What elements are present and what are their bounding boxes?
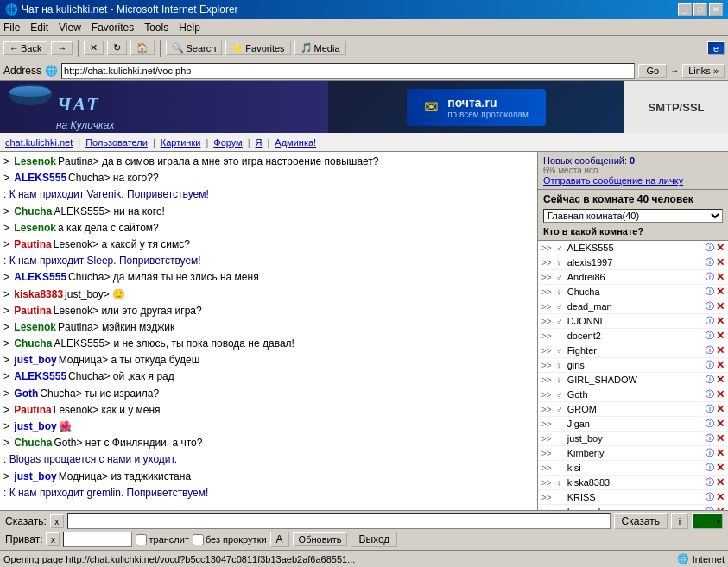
user-list-item[interactable]: >> ♂ Fighter ⓘ ✕	[538, 343, 728, 358]
user-name[interactable]: GIRL_SHADOW	[567, 375, 704, 385]
user-name[interactable]: docent2	[567, 331, 704, 341]
user-remove-icon[interactable]: ✕	[716, 242, 725, 254]
maximize-button[interactable]: □	[693, 3, 707, 16]
user-info-icon[interactable]: ⓘ	[706, 462, 714, 474]
nav-admin[interactable]: Админка!	[275, 137, 316, 148]
user-remove-icon[interactable]: ✕	[716, 418, 725, 430]
user-info-icon[interactable]: ⓘ	[706, 315, 714, 327]
favorites-toolbar-button[interactable]: ⭐ Favorites	[225, 41, 290, 55]
nav-pictures[interactable]: Картинки	[161, 137, 201, 148]
refresh-button[interactable]: Обновить	[293, 532, 348, 546]
user-name[interactable]: Jigan	[567, 419, 704, 429]
user-list-item[interactable]: >> kisi ⓘ ✕	[538, 461, 728, 476]
user-name[interactable]: GROM	[567, 404, 704, 414]
color-picker[interactable]: ▼	[692, 513, 723, 529]
refresh-toolbar-button[interactable]: ↻	[107, 41, 127, 55]
user-list-item[interactable]: >> ♂ GROM ⓘ ✕	[538, 402, 728, 417]
user-name[interactable]: girls	[567, 360, 704, 370]
user-info-icon[interactable]: ⓘ	[706, 403, 714, 415]
menu-edit[interactable]: Edit	[30, 22, 48, 34]
say-button[interactable]: Сказать	[614, 513, 668, 529]
letter-button[interactable]: А	[270, 532, 289, 547]
user-list-item[interactable]: >> ♂ dead_man ⓘ ✕	[538, 299, 728, 314]
user-list-item[interactable]: >> ♀ alexis1997 ⓘ ✕	[538, 255, 728, 270]
user-remove-icon[interactable]: ✕	[716, 462, 725, 474]
msg-username[interactable]: Pautina	[14, 402, 51, 419]
user-list-item[interactable]: >> ♂ Goth ⓘ ✕	[538, 387, 728, 402]
user-remove-icon[interactable]: ✕	[716, 374, 725, 386]
user-info-icon[interactable]: ⓘ	[706, 418, 714, 430]
user-remove-icon[interactable]: ✕	[716, 344, 725, 356]
user-list-item[interactable]: >> docent2 ⓘ ✕	[538, 329, 728, 343]
user-list-item[interactable]: >> ♂ Andrei86 ⓘ ✕	[538, 270, 728, 285]
user-name[interactable]: Andrei86	[567, 272, 704, 282]
user-remove-icon[interactable]: ✕	[716, 330, 725, 342]
translit-checkbox[interactable]	[136, 534, 147, 545]
no-scroll-checkbox-label[interactable]: без прокрутки	[193, 534, 267, 545]
pochta-banner[interactable]: ✉ почта.ru по всем протоколам	[407, 89, 546, 126]
msg-username[interactable]: kiska8383	[14, 287, 63, 303]
menu-file[interactable]: File	[3, 22, 20, 34]
user-name[interactable]: DJONNI	[567, 316, 704, 326]
msg-username[interactable]: Lesenok	[14, 154, 56, 170]
user-name[interactable]: Fighter	[567, 345, 704, 356]
msg-username[interactable]: Pautina	[14, 303, 51, 319]
user-list-item[interactable]: >> ♀ GIRL_SHADOW ⓘ ✕	[538, 373, 728, 387]
msg-username[interactable]: ALEKS555	[14, 269, 66, 286]
user-info-icon[interactable]: ⓘ	[706, 242, 714, 254]
translit-checkbox-label[interactable]: транслит	[136, 534, 188, 545]
msg-username[interactable]: just_boy	[14, 469, 56, 485]
user-remove-icon[interactable]: ✕	[716, 388, 725, 400]
stop-button[interactable]: ✕	[84, 41, 104, 55]
send-message-link[interactable]: Отправить сообщение на личку	[543, 175, 683, 186]
links-button[interactable]: Links »	[682, 64, 725, 78]
msg-username[interactable]: Chucha	[14, 336, 52, 352]
home-button[interactable]: 🏠	[130, 41, 155, 55]
say-input[interactable]	[67, 513, 611, 529]
minimize-button[interactable]: _	[678, 3, 692, 16]
room-selector[interactable]: Главная комната(40)	[543, 209, 723, 223]
user-list-item[interactable]: >> ♀ girls ⓘ ✕	[538, 358, 728, 373]
user-remove-icon[interactable]: ✕	[716, 403, 725, 415]
close-button[interactable]: ✕	[709, 3, 723, 16]
user-name[interactable]: KRISS	[567, 492, 704, 502]
nav-site[interactable]: chat.kulichki.net	[5, 137, 73, 148]
user-name[interactable]: Kimberly	[567, 448, 704, 458]
user-remove-icon[interactable]: ✕	[716, 271, 725, 283]
user-remove-icon[interactable]: ✕	[716, 432, 725, 444]
go-button[interactable]: Go	[638, 64, 667, 78]
msg-username[interactable]: Goth	[14, 386, 38, 402]
user-name[interactable]: Goth	[567, 389, 704, 400]
privat-close-button[interactable]: x	[46, 532, 60, 546]
user-remove-icon[interactable]: ✕	[716, 447, 725, 459]
user-info-icon[interactable]: ⓘ	[706, 491, 714, 503]
media-toolbar-button[interactable]: 🎵 Media	[294, 41, 346, 55]
msg-username[interactable]: Lesenok	[14, 319, 56, 336]
user-list-item[interactable]: >> Jigan ⓘ ✕	[538, 417, 728, 432]
user-list-item[interactable]: >> just_boy ⓘ ✕	[538, 432, 728, 446]
user-list-item[interactable]: >> ♀ kiska8383 ⓘ ✕	[538, 476, 728, 490]
user-name[interactable]: Chucha	[567, 287, 704, 297]
search-toolbar-button[interactable]: 🔍 Search	[166, 41, 222, 55]
user-info-icon[interactable]: ⓘ	[706, 344, 714, 356]
user-remove-icon[interactable]: ✕	[716, 256, 725, 268]
user-info-icon[interactable]: ⓘ	[706, 330, 714, 342]
back-button[interactable]: ← ← Back Back	[3, 41, 47, 55]
user-name[interactable]: kiska8383	[567, 477, 704, 488]
user-remove-icon[interactable]: ✕	[716, 491, 725, 503]
user-info-icon[interactable]: ⓘ	[706, 256, 714, 268]
user-remove-icon[interactable]: ✕	[716, 359, 725, 371]
user-list-item[interactable]: >> ♀ Chucha ⓘ ✕	[538, 285, 728, 299]
user-name[interactable]: dead_man	[567, 301, 704, 312]
msg-username[interactable]: just_boy	[14, 352, 56, 369]
user-list-item[interactable]: >> KRISS ⓘ ✕	[538, 490, 728, 505]
user-info-icon[interactable]: ⓘ	[706, 476, 714, 488]
user-remove-icon[interactable]: ✕	[716, 315, 725, 327]
msg-username[interactable]: ALEKS555	[14, 369, 66, 385]
user-info-icon[interactable]: ⓘ	[706, 447, 714, 459]
user-info-icon[interactable]: ⓘ	[706, 374, 714, 386]
exit-button[interactable]: Выход	[351, 532, 397, 547]
msg-username[interactable]: Pautina	[14, 236, 51, 253]
nav-me[interactable]: Я	[256, 137, 263, 148]
user-info-icon[interactable]: ⓘ	[706, 271, 714, 283]
